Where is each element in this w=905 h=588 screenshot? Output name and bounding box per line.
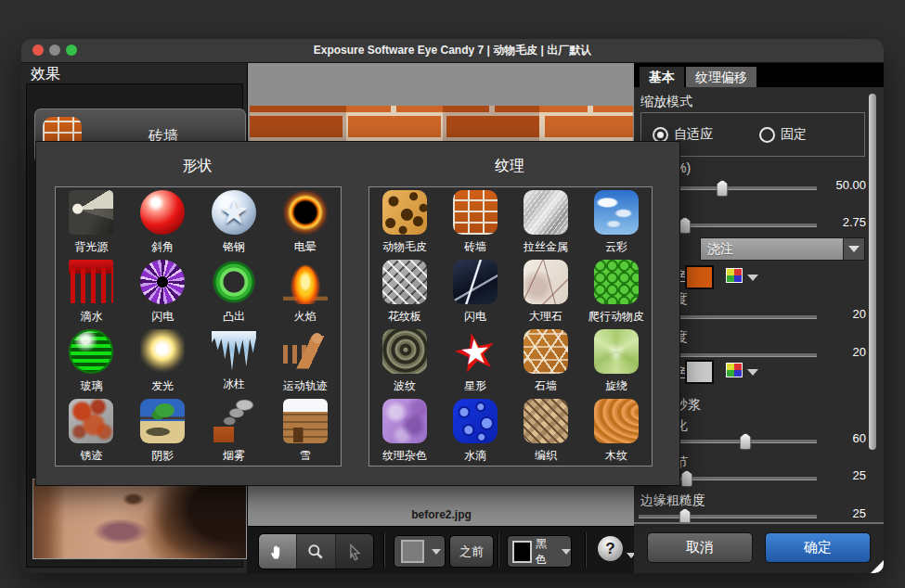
- radio-icon: [653, 127, 668, 143]
- preview-mode-swatch-button[interactable]: [394, 535, 446, 568]
- picker-item-drip[interactable]: 滴水: [56, 257, 127, 326]
- color-picker-grid-icon[interactable]: [727, 364, 742, 377]
- picker-item-chrome[interactable]: 铬钢: [199, 187, 270, 257]
- background-color-button[interactable]: 黑色: [507, 535, 572, 568]
- edge-roughness-slider-track[interactable]: [639, 514, 817, 518]
- scrollbar-thumb[interactable]: [869, 94, 876, 450]
- help-button[interactable]: ?: [598, 536, 623, 561]
- picker-item-label: 云彩: [605, 239, 627, 255]
- settings-tab-bar: 基本 纹理偏移: [634, 63, 884, 87]
- picker-item-label: 玻璃: [80, 378, 102, 394]
- grout-dropdown[interactable]: 浇注: [700, 237, 865, 261]
- smoke-icon: [212, 399, 256, 443]
- grout-dropdown-value: 浇注: [701, 241, 843, 258]
- chevron-down-icon[interactable]: [747, 369, 758, 376]
- window-title: Exposure Software Eye Candy 7 | 动物毛皮 | 出…: [21, 39, 884, 62]
- marble-icon: [524, 260, 568, 304]
- picker-item-snow[interactable]: 雪: [269, 396, 341, 466]
- picker-item-wood-grain[interactable]: 木纹: [581, 396, 652, 466]
- mortar-variation-slider-value: 60: [810, 431, 866, 445]
- picker-item-label: 阴影: [151, 448, 174, 464]
- dialog-footer: 取消 确定: [634, 522, 884, 573]
- picker-item-label: 烟雾: [223, 448, 245, 464]
- scale-slider-knob[interactable]: [717, 180, 729, 197]
- preview-filename: before2.jpg: [248, 508, 635, 521]
- ratio-slider-knob[interactable]: [679, 217, 691, 234]
- picker-item-label: 编织: [535, 448, 557, 464]
- chevron-down-icon[interactable]: [747, 275, 758, 281]
- picker-item-brick-wall[interactable]: 砖墙: [440, 187, 511, 257]
- picker-item-ripples[interactable]: 波纹: [369, 326, 440, 396]
- picker-item-weave[interactable]: 编织: [511, 396, 581, 466]
- extrude-icon: [212, 260, 256, 304]
- picker-item-stone-wall[interactable]: 石墙: [511, 326, 581, 396]
- picker-item-motion-trail[interactable]: 运动轨迹: [269, 326, 341, 396]
- color-value-label: 黑色: [536, 536, 554, 568]
- stone-wall-icon: [524, 329, 568, 374]
- picker-item-fire[interactable]: 火焰: [269, 257, 341, 326]
- picker-item-swirl[interactable]: 旋绕: [581, 326, 652, 396]
- radio-icon: [759, 127, 775, 143]
- tab-basic[interactable]: 基本: [640, 67, 684, 87]
- toolbar-separator: [498, 532, 498, 568]
- toolbar-separator: [383, 532, 384, 568]
- picker-item-bevel[interactable]: 斜角: [127, 187, 199, 257]
- picker-item-label: 背光源: [74, 239, 108, 255]
- mortar-color-swatch[interactable]: [685, 360, 714, 384]
- radio-fixed[interactable]: 固定: [759, 126, 807, 143]
- tab-texture-offset[interactable]: 纹理偏移: [686, 67, 756, 87]
- picker-item-icicles[interactable]: 冰柱: [199, 326, 270, 396]
- detail-slider-knob[interactable]: [680, 470, 692, 487]
- arrow-tool-button[interactable]: [336, 534, 373, 569]
- hand-tool-button[interactable]: [259, 534, 297, 569]
- picker-item-water-drops[interactable]: 水滴: [440, 396, 511, 466]
- color-picker-grid-icon[interactable]: [727, 269, 742, 282]
- picker-item-label: 波纹: [394, 378, 416, 394]
- picker-item-brushed-metal[interactable]: 拉丝金属: [511, 187, 581, 257]
- resize-grip[interactable]: [871, 560, 884, 573]
- picker-item-texture-noise[interactable]: 纹理杂色: [369, 396, 440, 466]
- corona-icon: [283, 190, 328, 235]
- picker-item-marble[interactable]: 大理石: [511, 257, 581, 326]
- cancel-button[interactable]: 取消: [647, 532, 753, 563]
- picker-item-label: 闪电: [151, 309, 174, 325]
- picker-item-electrify[interactable]: 闪电: [127, 257, 199, 326]
- picker-item-label: 滴水: [80, 309, 102, 325]
- wood-grain-icon: [594, 399, 639, 443]
- picker-item-smoke[interactable]: 烟雾: [199, 396, 270, 466]
- picker-item-backlight[interactable]: 背光源: [56, 187, 127, 257]
- mortar-variation-slider-knob[interactable]: [740, 433, 752, 450]
- star-icon: [453, 329, 498, 374]
- picker-item-label: 木纹: [605, 448, 627, 464]
- snow-icon: [283, 399, 328, 443]
- picker-item-glow[interactable]: 发光: [127, 326, 199, 396]
- before-button[interactable]: 之前: [449, 535, 494, 568]
- ok-button[interactable]: 确定: [765, 532, 871, 563]
- glow-icon: [140, 329, 185, 374]
- drip-icon: [69, 260, 113, 304]
- picker-item-label: 电晕: [294, 239, 317, 255]
- image-thumbnail[interactable]: [32, 479, 247, 559]
- picker-item-shadow[interactable]: 阴影: [127, 396, 199, 466]
- picker-item-label: 纹理杂色: [382, 448, 427, 464]
- picker-item-label: 凸出: [223, 309, 245, 325]
- chevron-down-icon: [432, 549, 441, 555]
- picker-item-lightning[interactable]: 闪电: [440, 257, 511, 326]
- zoom-tool-button[interactable]: [297, 534, 335, 569]
- picker-item-label: 冰柱: [223, 377, 245, 392]
- picker-item-label: 石墙: [535, 378, 557, 394]
- saturation-slider-value: 20: [810, 345, 866, 359]
- picker-item-corona[interactable]: 电晕: [269, 187, 341, 257]
- picker-item-glass[interactable]: 玻璃: [56, 326, 127, 396]
- picker-item-diamond-plate[interactable]: 花纹板: [369, 257, 440, 326]
- brick-color-swatch[interactable]: [685, 265, 714, 289]
- picker-item-extrude[interactable]: 凸出: [199, 257, 270, 326]
- picker-item-rust[interactable]: 锈迹: [56, 396, 127, 466]
- radio-fixed-label: 固定: [781, 126, 807, 143]
- picker-item-star[interactable]: 星形: [440, 326, 511, 396]
- textures-group-title: 纹理: [368, 157, 651, 176]
- picker-item-animal-fur[interactable]: 动物毛皮: [369, 187, 440, 257]
- picker-item-reptile-skin[interactable]: 爬行动物皮: [581, 257, 652, 326]
- lightning-icon: [453, 260, 498, 304]
- picker-item-clouds[interactable]: 云彩: [581, 187, 652, 257]
